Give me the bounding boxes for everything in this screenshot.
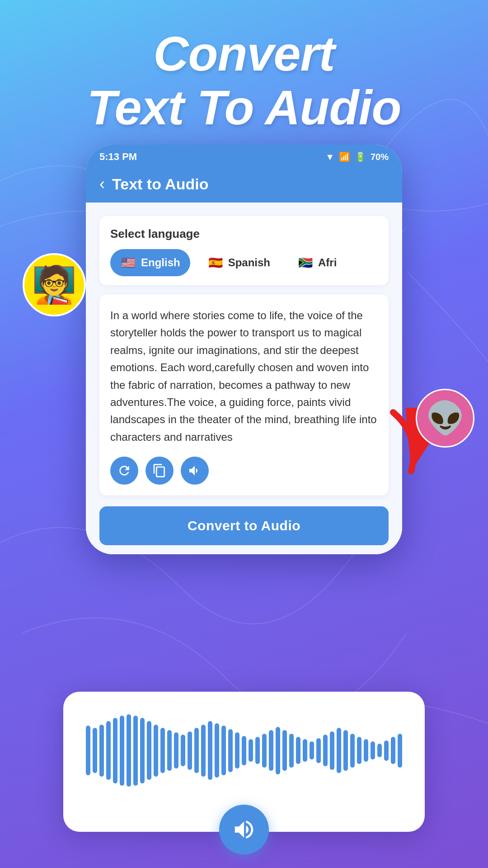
wave-bar <box>147 721 151 780</box>
wave-bar <box>398 734 402 768</box>
wave-bar <box>262 734 267 768</box>
wave-bar <box>303 739 307 762</box>
hero-line1: Convert <box>153 26 334 81</box>
lang-afri-label: Afri <box>318 256 337 269</box>
status-time: 5:13 PM <box>99 151 137 163</box>
wifi-icon: ▼ <box>325 152 334 162</box>
wave-bar <box>228 729 233 772</box>
wave-bar <box>289 734 294 768</box>
avatar-alien: 👽 <box>416 389 474 448</box>
app-title: Text to Audio <box>112 175 208 193</box>
wave-bar <box>201 725 206 777</box>
wave-bar <box>316 738 321 763</box>
wave-bar <box>208 721 212 780</box>
wave-bar <box>154 725 158 777</box>
lang-afri[interactable]: 🇿🇦 Afri <box>287 249 347 276</box>
wave-bar <box>93 728 97 773</box>
wave-bar <box>188 731 192 770</box>
wave-bar <box>242 736 246 765</box>
wave-bar <box>160 728 165 773</box>
language-label: Select language <box>110 227 378 241</box>
wave-bar <box>371 741 375 760</box>
lang-spanish-label: Spanish <box>228 256 270 269</box>
copy-icon <box>152 463 167 478</box>
wave-bar <box>357 737 361 764</box>
wave-bar <box>127 714 131 787</box>
wave-bar <box>276 727 280 774</box>
wave-bar <box>377 744 382 757</box>
wave-bar <box>337 728 341 773</box>
hero-line2: Text To Audio <box>87 80 401 135</box>
action-buttons <box>110 457 378 485</box>
wave-bar <box>235 732 239 769</box>
hero-section: Convert Text To Audio <box>0 0 488 135</box>
wave-bar <box>323 735 328 766</box>
battery-icon: 🔋 <box>355 151 366 162</box>
wave-bar <box>86 726 90 775</box>
battery-percent: 70% <box>371 152 389 162</box>
volume-button[interactable] <box>181 457 209 485</box>
language-section: Select language 🇺🇸 English 🇪🇸 Spanish 🇿🇦… <box>99 216 389 285</box>
avatar-teacher: 🧑‍🏫 <box>23 253 86 316</box>
wave-bar <box>310 741 314 760</box>
volume-icon <box>188 463 202 478</box>
app-header: ‹ Text to Audio <box>86 167 402 203</box>
status-bar: 5:13 PM ▼ 📶 🔋 70% <box>86 145 402 167</box>
wave-bar <box>106 721 111 780</box>
wave-bar <box>364 739 368 762</box>
back-button[interactable]: ‹ <box>99 175 105 193</box>
wave-bar <box>221 726 226 775</box>
wave-bar <box>384 741 389 761</box>
input-text[interactable]: In a world where stories come to life, t… <box>110 307 378 446</box>
wave-bar <box>282 730 287 771</box>
wave-bar <box>133 716 138 786</box>
wave-bar <box>174 732 178 769</box>
wave-bar <box>99 725 104 777</box>
language-pills: 🇺🇸 English 🇪🇸 Spanish 🇿🇦 Afri <box>110 249 378 276</box>
wave-bar <box>167 730 172 771</box>
waveform <box>86 714 402 787</box>
wave-bar <box>269 730 273 771</box>
wave-bar <box>181 735 185 766</box>
convert-button[interactable]: Convert to Audio <box>99 506 389 545</box>
flag-afri: 🇿🇦 <box>297 255 314 271</box>
wave-bar <box>194 728 199 773</box>
wave-bar <box>330 731 334 770</box>
wave-bar <box>296 737 300 764</box>
play-button[interactable] <box>219 805 269 854</box>
lang-spanish[interactable]: 🇪🇸 Spanish <box>197 249 280 276</box>
flag-spanish: 🇪🇸 <box>207 255 224 271</box>
content-area: Select language 🇺🇸 English 🇪🇸 Spanish 🇿🇦… <box>86 203 402 554</box>
refresh-button[interactable] <box>110 457 138 485</box>
lang-english[interactable]: 🇺🇸 English <box>110 249 190 276</box>
wave-bar <box>350 734 355 768</box>
wave-bar <box>113 718 117 783</box>
wave-bar <box>120 716 124 786</box>
signal-icon: 📶 <box>339 151 350 162</box>
wave-bar <box>391 737 395 764</box>
audio-card <box>63 692 425 832</box>
wave-bar <box>249 739 253 762</box>
play-icon <box>232 817 256 842</box>
phone-mockup: 5:13 PM ▼ 📶 🔋 70% ‹ Text to Audio Select… <box>86 145 402 554</box>
refresh-icon <box>117 463 131 478</box>
wave-bar <box>140 718 145 783</box>
wave-bar <box>215 723 219 778</box>
wave-bar <box>255 737 260 764</box>
flag-english: 🇺🇸 <box>120 255 136 271</box>
wave-bar <box>343 730 348 771</box>
lang-english-label: English <box>141 256 180 269</box>
copy-button[interactable] <box>145 457 174 485</box>
text-section: In a world where stories come to life, t… <box>99 294 389 495</box>
